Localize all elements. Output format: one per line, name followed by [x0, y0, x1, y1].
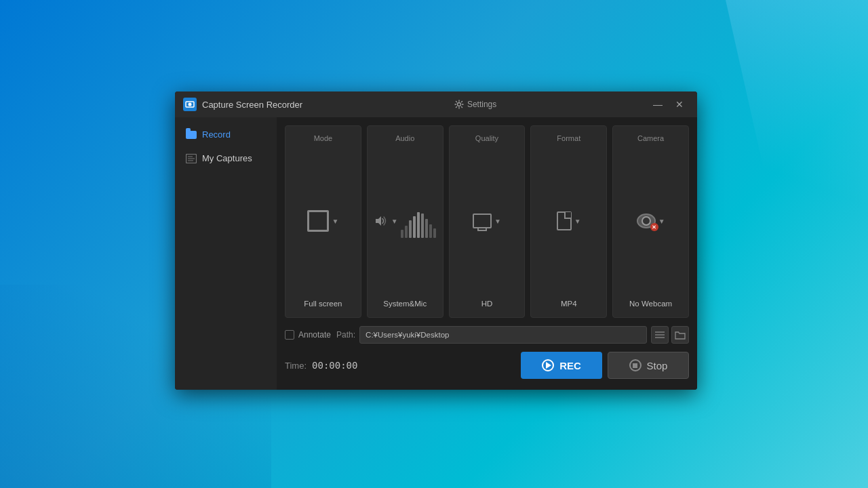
list-view-button[interactable] — [651, 326, 669, 344]
sidebar-record-label: Record — [202, 129, 231, 140]
mode-top-label: Mode — [314, 134, 333, 142]
format-icon-area: ▼ — [557, 142, 581, 300]
settings-icon — [454, 100, 464, 109]
sidebar: Record My Captures — [175, 117, 277, 390]
app-window: Capture Screen Recorder Settings — ✕ — [175, 92, 697, 390]
path-section: Path: — [336, 326, 689, 344]
stop-circle-icon — [629, 359, 642, 371]
format-top-label: Format — [557, 134, 580, 142]
mode-card[interactable]: Mode ▼ Full screen — [285, 125, 361, 318]
rec-button[interactable]: REC — [521, 352, 602, 379]
fullscreen-icon — [307, 210, 329, 232]
annotate-checkbox[interactable] — [285, 330, 294, 340]
svg-point-1 — [189, 103, 192, 106]
quality-control: ▼ — [473, 214, 501, 228]
camera-icon-area: ✕ ▼ — [637, 142, 665, 300]
settings-label: Settings — [467, 100, 496, 109]
close-icon: ✕ — [675, 99, 684, 110]
time-section: Time: 00:00:00 — [285, 360, 521, 371]
mode-control: ▼ — [307, 210, 338, 232]
camera-arrow: ▼ — [658, 218, 665, 225]
audio-bottom-label: System&Mic — [383, 300, 427, 308]
minimize-icon: — — [653, 99, 663, 110]
stop-label: Stop — [647, 360, 668, 371]
format-arrow: ▼ — [574, 218, 581, 225]
sidebar-item-captures[interactable]: My Captures — [175, 146, 277, 170]
volume-bars — [401, 204, 436, 238]
quality-card[interactable]: Quality ▼ HD — [449, 125, 526, 318]
time-label: Time: — [285, 361, 307, 371]
format-card[interactable]: Format ▼ MP4 — [530, 125, 607, 318]
title-bar-right: — ✕ — [648, 95, 689, 114]
time-display: 00:00:00 — [312, 360, 357, 371]
quality-arrow: ▼ — [494, 218, 501, 225]
options-row: Mode ▼ Full screen Audio — [285, 125, 689, 318]
app-icon — [183, 98, 197, 111]
camera-control: ✕ ▼ — [637, 214, 665, 228]
bottom-bar: Annotate Path: — [285, 326, 689, 344]
annotate-section: Annotate — [285, 330, 331, 340]
quality-top-label: Quality — [475, 134, 498, 142]
rec-label: REC — [559, 360, 581, 371]
stop-square-icon — [633, 363, 637, 368]
camera-top-label: Camera — [637, 134, 664, 142]
audio-arrow: ▼ — [391, 218, 398, 225]
format-bottom-label: MP4 — [561, 300, 577, 308]
settings-button[interactable]: Settings — [450, 98, 500, 111]
main-panel: Mode ▼ Full screen Audio — [277, 117, 697, 390]
controls-buttons: REC Stop — [521, 352, 689, 379]
record-folder-icon — [186, 131, 197, 139]
close-button[interactable]: ✕ — [670, 95, 689, 114]
webcam-x-icon: ✕ — [650, 223, 658, 231]
mode-icon-area: ▼ — [307, 142, 338, 300]
title-bar-center: Settings — [450, 98, 500, 111]
content-area: Record My Captures Mode — [175, 117, 697, 390]
path-input[interactable] — [359, 326, 647, 344]
captures-list-icon — [186, 154, 197, 163]
audio-top-label: Audio — [395, 134, 414, 142]
path-label: Path: — [336, 330, 355, 340]
quality-icon-area: ▼ — [473, 142, 501, 300]
svg-marker-7 — [376, 216, 381, 226]
camera-card[interactable]: Camera ✕ ▼ No Webcam — [612, 125, 689, 318]
minimize-button[interactable]: — — [648, 95, 667, 114]
controls-bar: Time: 00:00:00 REC Stop — [285, 352, 689, 382]
monitor-icon — [473, 214, 492, 228]
sidebar-captures-label: My Captures — [202, 153, 252, 163]
svg-point-2 — [457, 103, 460, 106]
camera-bottom-label: No Webcam — [629, 300, 672, 308]
app-title: Capture Screen Recorder — [202, 100, 302, 110]
mode-arrow: ▼ — [332, 218, 338, 225]
title-bar: Capture Screen Recorder Settings — ✕ — [175, 92, 697, 117]
folder-icon — [675, 331, 686, 340]
quality-bottom-label: HD — [481, 300, 493, 308]
audio-card[interactable]: Audio ▼ — [367, 125, 443, 318]
browse-folder-button[interactable] — [671, 326, 689, 344]
file-icon — [557, 211, 572, 230]
play-triangle-icon — [546, 362, 551, 369]
path-icons — [651, 326, 689, 344]
mode-bottom-label: Full screen — [304, 300, 342, 308]
list-icon — [655, 331, 665, 339]
audio-icon-area: ▼ — [374, 142, 436, 300]
format-control: ▼ — [557, 211, 581, 230]
speaker-icon — [374, 215, 389, 227]
stop-button[interactable]: Stop — [608, 352, 689, 379]
annotate-label: Annotate — [298, 330, 331, 340]
audio-speaker-control: ▼ — [374, 215, 398, 227]
sidebar-item-record[interactable]: Record — [175, 123, 277, 146]
title-bar-left: Capture Screen Recorder — [183, 98, 302, 111]
rec-play-icon — [542, 359, 554, 371]
